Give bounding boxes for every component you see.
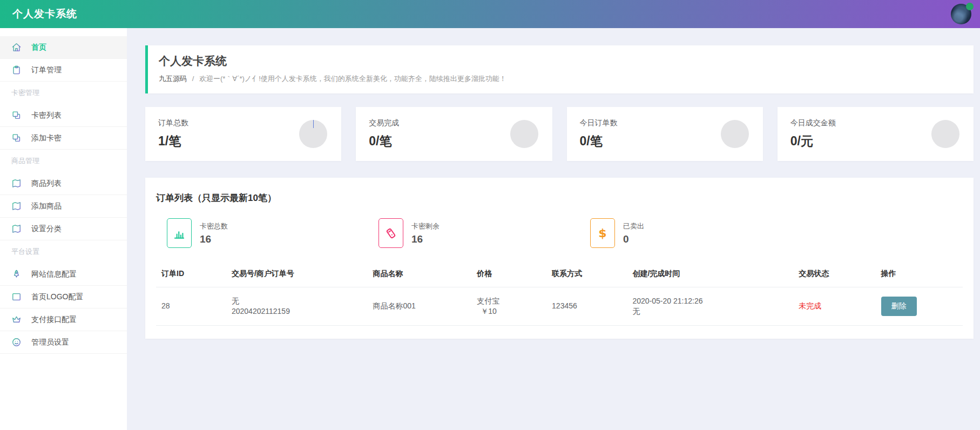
clipboard-icon — [11, 65, 22, 76]
banner-subtitle: 九五源码 / 欢迎ー(*｀∀´*)ノ亻!使用个人发卡系统，我们的系统全新美化，功… — [159, 74, 963, 84]
status-badge: 未完成 — [799, 301, 821, 310]
sidebar-item-label: 管理员设置 — [31, 338, 69, 347]
smiley-icon — [11, 337, 22, 348]
sidebar-item-home[interactable]: 首页 — [0, 36, 127, 59]
cell-action: 删除 — [876, 287, 963, 326]
bar-chart-icon — [167, 218, 192, 248]
stat-value: 0/元 — [790, 133, 836, 150]
sidebar-item-label: 首页 — [31, 43, 46, 52]
cell-contact: 123456 — [546, 287, 627, 326]
column-header: 订单ID — [156, 261, 226, 287]
stat-pie-chart — [510, 120, 538, 148]
sidebar-item-label: 添加卡密 — [31, 133, 62, 143]
stat-label: 今日成交金额 — [790, 118, 836, 128]
stat-pie-chart — [931, 120, 959, 148]
stat-card-today-amount: 今日成交金额0/元 — [778, 107, 974, 161]
sidebar-item-label: 网站信息配置 — [31, 270, 77, 279]
separator: / — [192, 75, 194, 83]
sidebar-item-product-list[interactable]: 商品列表 — [0, 172, 127, 195]
sidebar-section-platform-settings: 平台设置 — [0, 240, 127, 263]
sidebar-item-admin-settings[interactable]: 管理员设置 — [0, 331, 127, 354]
column-header: 交易状态 — [793, 261, 875, 287]
sidebar-item-label: 设置分类 — [31, 224, 62, 234]
mini-stat-card-keys-remaining: 卡密剩余16 — [379, 218, 590, 248]
page: 个人发卡系统 首页订单管理卡密管理卡密列表添加卡密商品管理商品列表添加商品设置分… — [0, 0, 980, 430]
cell-status: 未完成 — [793, 287, 875, 326]
book-icon — [11, 178, 22, 189]
column-header: 操作 — [876, 261, 963, 287]
dollar-icon: $ — [590, 218, 615, 248]
mini-stat-label: 卡密总数 — [200, 221, 228, 231]
sidebar-item-add-product[interactable]: 添加商品 — [0, 195, 127, 218]
cell-price: 支付宝￥10 — [471, 287, 546, 326]
sidebar-item-home-logo-config[interactable]: 首页LOGO配置 — [0, 286, 127, 308]
stat-label: 今日订单数 — [580, 118, 618, 128]
sidebar-item-label: 卡密列表 — [31, 111, 62, 120]
sidebar-section-card-key-management: 卡密管理 — [0, 82, 127, 104]
stat-value: 0/笔 — [580, 133, 618, 150]
crown-icon — [11, 314, 22, 325]
mini-stat-sold-count: $已卖出0 — [590, 218, 802, 248]
sidebar-section-label: 卡密管理 — [11, 88, 39, 98]
cell-trade-no: 无20204202112159 — [226, 287, 367, 326]
welcome-message: 欢迎ー(*｀∀´*)ノ亻!使用个人发卡系统，我们的系统全新美化，功能齐全，陆续推… — [199, 75, 506, 83]
stat-value: 1/笔 — [158, 133, 188, 150]
orders-card: 订单列表（只显示最新10笔） 卡密总数16卡密剩余16$已卖出0 订单ID交易号… — [145, 178, 974, 339]
column-header: 联系方式 — [546, 261, 627, 287]
stat-label: 交易完成 — [369, 118, 399, 128]
sidebar-item-payment-api-config[interactable]: 支付接口配置 — [0, 308, 127, 331]
sidebar: 首页订单管理卡密管理卡密列表添加卡密商品管理商品列表添加商品设置分类平台设置网站… — [0, 28, 127, 430]
delete-button[interactable]: 删除 — [881, 297, 917, 316]
mini-stat-value: 16 — [200, 233, 228, 245]
book-icon — [11, 224, 22, 234]
sidebar-item-set-category[interactable]: 设置分类 — [0, 218, 127, 240]
sidebar-item-label: 支付接口配置 — [31, 315, 77, 325]
welcome-banner: 个人发卡系统 九五源码 / 欢迎ー(*｀∀´*)ノ亻!使用个人发卡系统，我们的系… — [145, 45, 974, 93]
sidebar-item-label: 商品列表 — [31, 179, 62, 189]
mini-stat-card-keys-total: 卡密总数16 — [167, 218, 379, 248]
sidebar-item-label: 首页LOGO配置 — [31, 292, 83, 302]
mini-stat-value: 0 — [623, 233, 644, 245]
column-header: 价格 — [471, 261, 546, 287]
banner-title: 个人发卡系统 — [159, 53, 963, 69]
sidebar-section-label: 商品管理 — [11, 156, 39, 166]
app-title: 个人发卡系统 — [0, 7, 77, 21]
online-status-dot — [966, 3, 974, 10]
brand-name: 九五源码 — [159, 75, 187, 83]
orders-title: 订单列表（只显示最新10笔） — [156, 192, 963, 204]
cell-order-id: 28 — [156, 287, 226, 326]
app-header: 个人发卡系统 — [0, 0, 980, 28]
sidebar-item-card-key-list[interactable]: 卡密列表 — [0, 104, 127, 127]
mini-stats: 卡密总数16卡密剩余16$已卖出0 — [156, 218, 963, 248]
stat-pie-chart — [721, 120, 749, 148]
home-icon — [11, 42, 22, 53]
sidebar-item-label: 订单管理 — [31, 65, 62, 75]
user-avatar[interactable] — [951, 4, 971, 24]
rocket-icon — [11, 269, 22, 280]
mini-stat-label: 卡密剩余 — [411, 221, 440, 231]
cell-time: 2020-05-20 21:12:26无 — [627, 287, 793, 326]
sidebar-section-label: 平台设置 — [11, 247, 39, 257]
sidebar-item-label: 添加商品 — [31, 201, 62, 211]
column-header: 交易号/商户订单号 — [226, 261, 367, 287]
mini-stat-label: 已卖出 — [623, 221, 644, 231]
layout-icon — [11, 292, 22, 303]
sidebar-item-order-management[interactable]: 订单管理 — [0, 59, 127, 82]
main-content: 个人发卡系统 九五源码 / 欢迎ー(*｀∀´*)ノ亻!使用个人发卡系统，我们的系… — [127, 28, 980, 430]
orders-table: 订单ID交易号/商户订单号商品名称价格联系方式创建/完成时间交易状态操作 28无… — [156, 261, 963, 326]
cell-product-name: 商品名称001 — [367, 287, 471, 326]
sidebar-item-add-card-key[interactable]: 添加卡密 — [0, 127, 127, 150]
column-header: 创建/完成时间 — [627, 261, 793, 287]
layout: 首页订单管理卡密管理卡密列表添加卡密商品管理商品列表添加商品设置分类平台设置网站… — [0, 28, 980, 430]
table-header-row: 订单ID交易号/商户订单号商品名称价格联系方式创建/完成时间交易状态操作 — [156, 261, 963, 287]
stat-card-today-orders: 今日订单数0/笔 — [567, 107, 763, 161]
stat-card-completed-trades: 交易完成0/笔 — [356, 107, 552, 161]
table-row: 28无20204202112159商品名称001支付宝￥101234562020… — [156, 287, 963, 326]
stat-card-total-orders: 订单总数1/笔 — [145, 107, 341, 161]
sidebar-item-site-info-config[interactable]: 网站信息配置 — [0, 263, 127, 286]
stats-row: 订单总数1/笔交易完成0/笔今日订单数0/笔今日成交金额0/元 — [145, 107, 974, 161]
book-icon — [11, 201, 22, 212]
sidebar-section-product-management: 商品管理 — [0, 150, 127, 172]
mini-stat-value: 16 — [411, 233, 440, 245]
stat-label: 订单总数 — [158, 118, 188, 128]
